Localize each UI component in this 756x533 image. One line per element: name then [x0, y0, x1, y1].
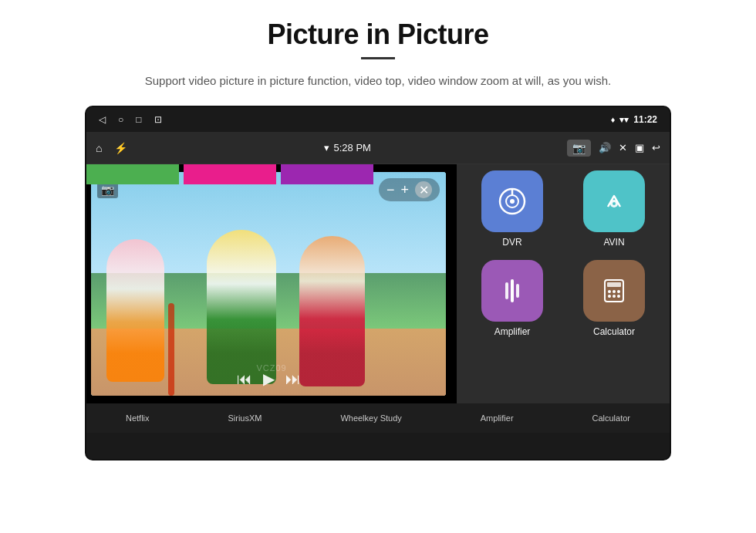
apps-top-row [86, 164, 457, 184]
dvr-label: DVR [502, 237, 521, 248]
svg-point-13 [617, 290, 620, 293]
svg-point-15 [613, 295, 616, 298]
avin-label: AVIN [603, 237, 624, 248]
location-icon: ♦ [611, 115, 616, 124]
app-item-avin[interactable]: AVIN [571, 170, 657, 248]
avin-icon-svg [598, 185, 630, 218]
bottom-label-netflix: Netflix [126, 413, 150, 423]
recents-icon[interactable]: □ [136, 114, 141, 125]
amplifier-icon-svg [496, 275, 528, 307]
video-scene [91, 172, 446, 396]
calculator-bottom-label: Calculator [592, 413, 631, 423]
back-nav-icon[interactable]: ↩ [652, 142, 660, 153]
nav-right: 📷 🔊 ✕ ▣ ↩ [567, 140, 660, 157]
home-icon[interactable]: ○ [118, 114, 123, 125]
svg-point-14 [608, 295, 611, 298]
pip-forward-button[interactable]: ⏭ [285, 370, 301, 388]
svg-rect-7 [511, 279, 514, 302]
svg-point-12 [613, 290, 616, 293]
dvr-icon-svg [496, 185, 528, 218]
avin-icon [583, 170, 645, 232]
bottom-label-calculator: Calculator [592, 413, 631, 423]
wifi-icon: ▾▾ [619, 115, 629, 125]
wheelkey-bottom-label: Wheelkey Study [340, 413, 401, 423]
watermark: VCZ09 [256, 363, 286, 373]
bottom-labels: Netflix SiriusXM Wheelkey Study Amplifie… [86, 403, 670, 433]
page-container: Picture in Picture Support video picture… [0, 0, 756, 533]
stick-object [168, 303, 174, 396]
usb-icon: ⚡ [114, 142, 127, 154]
app-item-amplifier[interactable]: Amplifier [469, 260, 555, 337]
netflix-top-icon[interactable] [86, 164, 179, 184]
pip-rewind-button[interactable]: ⏮ [237, 370, 252, 388]
app-grid: DVR AVIN [457, 164, 670, 403]
amplifier-bottom-label: Amplifier [481, 413, 514, 423]
svg-point-2 [510, 199, 515, 204]
device-frame: ◁ ○ □ ⊡ ♦ ▾▾ 11:22 ⌂ ⚡ ▾ 5:28 PM 📷 [85, 106, 671, 460]
svg-rect-10 [607, 282, 621, 287]
camera-button[interactable]: 📷 [567, 140, 591, 157]
status-bar: ◁ ○ □ ⊡ ♦ ▾▾ 11:22 [86, 107, 670, 132]
svg-point-5 [613, 202, 616, 205]
siriusxm-top-icon[interactable] [184, 164, 276, 184]
person-3 [299, 236, 365, 386]
person-1 [106, 239, 164, 382]
page-title: Picture in Picture [267, 19, 488, 51]
volume-icon[interactable]: 🔊 [599, 142, 611, 153]
nav-bar: ⌂ ⚡ ▾ 5:28 PM 📷 🔊 ✕ ▣ ↩ [86, 132, 670, 164]
status-bar-right: ♦ ▾▾ 11:22 [611, 114, 657, 125]
app-item-dvr[interactable]: DVR [469, 170, 555, 248]
pip-area: 📷 − + ✕ ⏮ ▶ ⏭ VCZ09 [86, 164, 457, 403]
calculator-icon-svg [598, 275, 630, 307]
status-time: 11:22 [633, 114, 657, 125]
title-divider [361, 57, 395, 59]
back-icon[interactable]: ◁ [99, 114, 106, 125]
nav-time: 5:28 PM [334, 142, 371, 153]
video-pip[interactable]: 📷 − + ✕ ⏮ ▶ ⏭ [91, 172, 446, 396]
page-subtitle: Support video picture in picture functio… [145, 72, 611, 90]
calculator-icon [583, 260, 645, 322]
bottom-label-amplifier: Amplifier [481, 413, 514, 423]
wheelkey-top-icon[interactable] [281, 164, 373, 184]
svg-point-11 [608, 290, 611, 293]
svg-rect-6 [505, 282, 508, 299]
main-content: 📷 − + ✕ ⏮ ▶ ⏭ VCZ09 [86, 164, 670, 403]
close-nav-icon[interactable]: ✕ [619, 142, 627, 153]
netflix-bottom-label: Netflix [126, 413, 150, 423]
svg-point-16 [617, 295, 620, 298]
siriusxm-bottom-label: SiriusXM [228, 413, 262, 423]
pip-icon[interactable]: ▣ [635, 142, 644, 153]
svg-rect-8 [516, 284, 519, 298]
bottom-label-siriusxm: SiriusXM [228, 413, 262, 423]
calculator-label: Calculator [593, 326, 635, 337]
person-2 [207, 230, 276, 384]
nav-left: ⌂ ⚡ [96, 142, 127, 154]
wifi-nav-icon: ▾ [324, 142, 329, 153]
screenshot-icon[interactable]: ⊡ [154, 114, 162, 125]
home-nav-icon[interactable]: ⌂ [96, 142, 102, 154]
amplifier-icon [481, 260, 543, 322]
nav-center: ▾ 5:28 PM [324, 142, 371, 153]
dvr-icon [481, 170, 543, 232]
bottom-label-wheelkey: Wheelkey Study [340, 413, 401, 423]
amplifier-label: Amplifier [494, 326, 531, 337]
app-item-calculator[interactable]: Calculator [571, 260, 657, 337]
video-inner [91, 172, 446, 396]
status-bar-left: ◁ ○ □ ⊡ [99, 114, 162, 125]
